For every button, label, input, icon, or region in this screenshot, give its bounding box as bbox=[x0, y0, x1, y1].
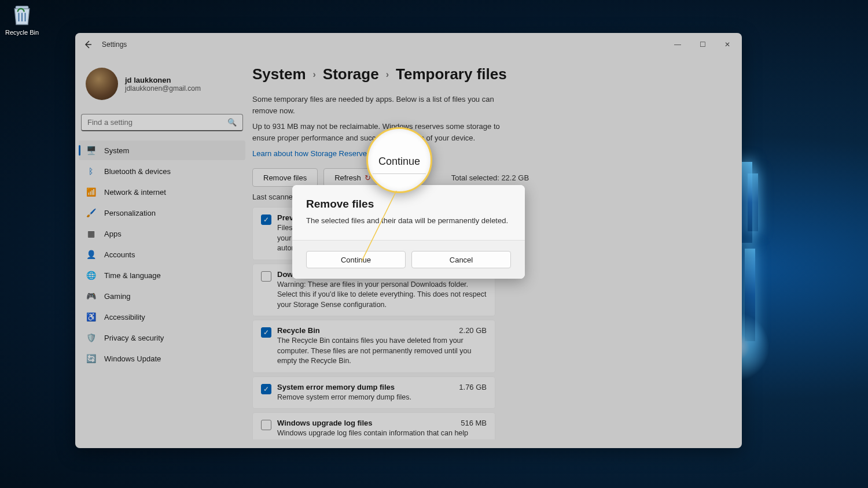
recycle-bin-desktop-icon[interactable]: Recycle Bin bbox=[2, 2, 42, 36]
dialog-title: Remove files bbox=[306, 198, 511, 210]
dialog-message: The selected files and their data will b… bbox=[306, 216, 511, 225]
magnifier-callout: Continue bbox=[366, 127, 432, 193]
recycle-bin-label: Recycle Bin bbox=[5, 29, 39, 36]
cancel-button[interactable]: Cancel bbox=[411, 251, 511, 268]
magnifier-text: Continue bbox=[373, 146, 426, 174]
remove-files-dialog: Remove files The selected files and thei… bbox=[292, 185, 525, 279]
continue-button[interactable]: Continue bbox=[306, 251, 406, 268]
recycle-bin-icon bbox=[9, 2, 35, 28]
